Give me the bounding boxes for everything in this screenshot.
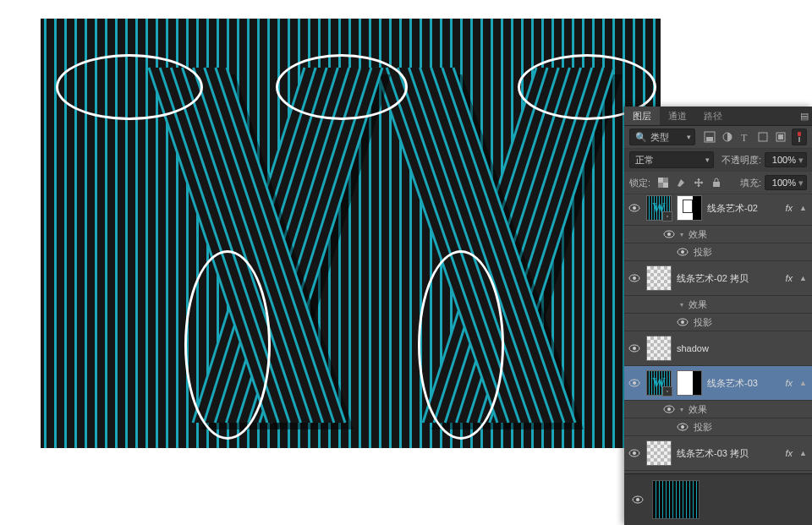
- visibility-eye-icon[interactable]: [631, 493, 645, 506]
- layer-name[interactable]: 线条艺术-02: [707, 202, 781, 215]
- svg-text:T: T: [741, 132, 748, 143]
- fx-collapse-icon[interactable]: ▲: [799, 204, 807, 212]
- chevron-down-icon: ▾: [705, 156, 710, 164]
- opacity-input[interactable]: 100%▾: [765, 152, 807, 167]
- lock-position-icon[interactable]: [691, 175, 706, 190]
- search-icon: 🔍: [635, 132, 647, 143]
- lock-label: 锁定:: [629, 177, 650, 189]
- svg-point-122: [633, 276, 636, 280]
- fx-badge[interactable]: fx: [786, 273, 793, 283]
- opacity-label: 不透明度:: [721, 154, 761, 167]
- layer-name[interactable]: shadow: [677, 343, 809, 353]
- svg-rect-1: [44, 19, 47, 448]
- bottom-layer-thumbnail: [653, 481, 699, 518]
- triangle-down-icon: ▾: [680, 231, 683, 238]
- svg-rect-7: [105, 19, 107, 448]
- layer-list[interactable]: W▫线条艺术-02fx▲▾效果投影线条艺术-02 拷贝fx▲▾效果投影shado…: [624, 191, 812, 505]
- svg-point-118: [667, 232, 671, 236]
- filter-adjust-icon[interactable]: [720, 129, 735, 145]
- blend-mode-select[interactable]: 正常 ▾: [629, 151, 714, 168]
- layer-thumbnail[interactable]: [677, 195, 702, 221]
- tab-paths[interactable]: 路径: [695, 107, 731, 125]
- visibility-eye-icon[interactable]: [628, 271, 641, 285]
- layer-row[interactable]: W▫线条艺术-02fx▲: [624, 191, 812, 226]
- tab-layers[interactable]: 图层: [624, 107, 660, 125]
- layer-thumbnail[interactable]: [677, 370, 702, 396]
- visibility-eye-icon[interactable]: [628, 446, 641, 460]
- fx-heading-label: 效果: [689, 228, 707, 241]
- filter-smart-icon[interactable]: [773, 129, 788, 145]
- layer-thumbnail[interactable]: [646, 440, 672, 466]
- fx-item-label: 投影: [694, 421, 712, 434]
- triangle-down-icon: ▾: [680, 406, 683, 413]
- visibility-eye-icon[interactable]: [628, 342, 641, 355]
- fx-collapse-icon[interactable]: ▲: [799, 449, 807, 457]
- fx-item[interactable]: 投影: [624, 243, 812, 261]
- layer-filter-row: 🔍 类型 ▾ T: [624, 126, 812, 149]
- svg-rect-106: [759, 133, 767, 141]
- fx-heading-label: 效果: [689, 298, 707, 311]
- visibility-eye-icon[interactable]: [677, 246, 689, 258]
- visibility-eye-icon[interactable]: [677, 316, 689, 328]
- fill-label: 填充:: [740, 177, 761, 189]
- layer-row[interactable]: W▫线条艺术-03fx▲: [624, 366, 812, 401]
- svg-rect-103: [706, 137, 713, 141]
- filter-pixel-icon[interactable]: [702, 129, 717, 145]
- svg-rect-112: [658, 178, 663, 183]
- svg-point-132: [681, 425, 684, 429]
- layer-thumbnail[interactable]: W▫: [646, 195, 672, 221]
- fx-heading[interactable]: ▾效果: [624, 226, 812, 243]
- fx-collapse-icon[interactable]: ▲: [799, 274, 807, 282]
- layer-name[interactable]: 线条艺术-02 拷贝: [677, 272, 781, 285]
- svg-rect-110: [798, 137, 800, 142]
- svg-point-120: [681, 250, 684, 254]
- filter-text-icon[interactable]: T: [738, 129, 753, 145]
- visibility-eye-icon[interactable]: [663, 403, 675, 415]
- fx-badge[interactable]: fx: [786, 203, 793, 213]
- fx-collapse-icon[interactable]: ▲: [799, 379, 807, 387]
- fx-heading[interactable]: ▾效果: [624, 401, 812, 418]
- tab-channels[interactable]: 通道: [660, 107, 695, 125]
- layer-row[interactable]: 线条艺术-03 拷贝fx▲: [624, 436, 812, 471]
- svg-rect-8: [115, 19, 118, 448]
- triangle-down-icon: ▾: [680, 301, 683, 309]
- panel-bottom-preview: [624, 473, 812, 525]
- layers-panel: 图层 通道 路径 ▤ 🔍 类型 ▾ T 正常 ▾ 不透明度: 100%▾ 锁定:: [624, 107, 812, 525]
- fx-item[interactable]: 投影: [624, 418, 812, 436]
- visibility-eye-icon[interactable]: [677, 421, 689, 433]
- layer-thumbnail[interactable]: [646, 265, 672, 291]
- svg-rect-11: [145, 19, 148, 448]
- layer-name[interactable]: 线条艺术-03: [707, 377, 781, 390]
- panel-menu-icon[interactable]: ▤: [797, 107, 812, 125]
- fx-badge[interactable]: fx: [786, 448, 793, 458]
- svg-point-134: [633, 451, 636, 455]
- svg-rect-4: [74, 19, 77, 448]
- filter-toggle-switch[interactable]: [792, 129, 807, 145]
- layer-row[interactable]: shadow: [624, 331, 812, 366]
- layer-thumbnail[interactable]: W▫: [646, 370, 672, 396]
- visibility-eye-icon[interactable]: [628, 201, 641, 215]
- document-canvas[interactable]: [41, 19, 661, 448]
- filter-kind-select[interactable]: 🔍 类型 ▾: [629, 129, 695, 145]
- svg-rect-113: [663, 183, 668, 188]
- fx-heading[interactable]: ▾效果: [624, 296, 812, 314]
- layer-thumbnail[interactable]: [646, 336, 672, 361]
- filter-shape-icon[interactable]: [755, 129, 771, 145]
- lock-pixels-icon[interactable]: [673, 175, 689, 190]
- fx-item-label: 投影: [694, 316, 712, 329]
- svg-rect-2: [54, 19, 57, 448]
- layer-row[interactable]: 线条艺术-02 拷贝fx▲: [624, 261, 812, 296]
- lock-all-icon[interactable]: [709, 175, 724, 190]
- blend-opacity-row: 正常 ▾ 不透明度: 100%▾: [624, 149, 812, 172]
- svg-point-126: [633, 347, 636, 350]
- chevron-down-icon: ▾: [687, 133, 691, 141]
- layer-name[interactable]: 线条艺术-03 拷贝: [677, 447, 781, 460]
- svg-point-130: [667, 407, 671, 411]
- svg-point-116: [633, 206, 636, 210]
- fill-input[interactable]: 100%▾: [765, 175, 807, 190]
- visibility-eye-icon[interactable]: [663, 228, 675, 240]
- visibility-eye-icon[interactable]: [628, 376, 641, 390]
- fx-badge[interactable]: fx: [786, 378, 793, 388]
- lock-transparency-icon[interactable]: [656, 175, 671, 190]
- fx-item[interactable]: 投影: [624, 314, 812, 331]
